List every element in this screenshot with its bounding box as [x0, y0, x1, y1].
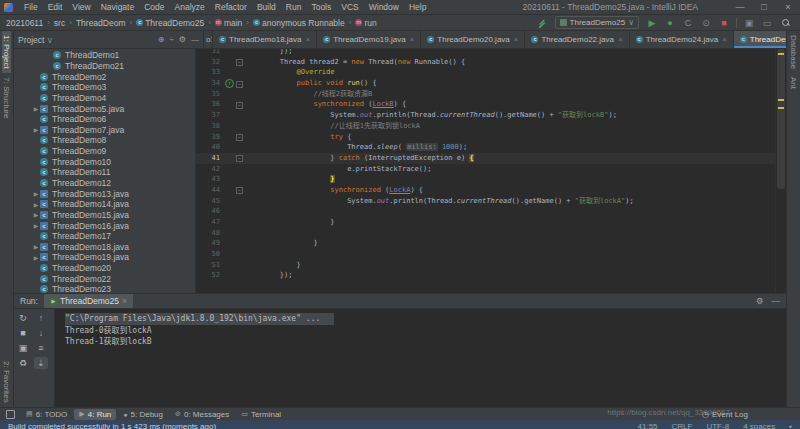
fold-icon[interactable]: − — [236, 81, 243, 88]
expand-arrow-icon[interactable]: ▶ — [32, 105, 40, 112]
code-line-41[interactable]: 41− } catch (InterruptedException e) { — [196, 153, 775, 164]
hide-run-panel-icon[interactable]: ― — [772, 296, 781, 306]
menu-edit[interactable]: Edit — [43, 2, 68, 12]
menu-help[interactable]: Help — [404, 2, 431, 12]
breadcrumb-item[interactable]: cThreadDemo25 — [136, 18, 204, 28]
expand-arrow-icon[interactable]: ▶ — [32, 211, 40, 218]
profiler-button[interactable]: ⊙ — [699, 18, 713, 28]
scrollbar-thumb[interactable] — [777, 49, 785, 189]
menu-analyze[interactable]: Analyze — [170, 2, 210, 12]
breadcrumb-item[interactable]: mmain — [215, 18, 242, 28]
fold-icon[interactable]: − — [236, 187, 243, 194]
code-line-34[interactable]: 34↑− public void run() { — [196, 78, 775, 89]
fold-icon[interactable]: − — [236, 102, 243, 109]
override-marker-icon[interactable]: ↑ — [225, 79, 234, 88]
console-line[interactable]: "C:\Program Files\Java\jdk1.8.0_192\bin\… — [65, 313, 786, 325]
event-log-button[interactable]: ◷ Event Log — [702, 410, 794, 419]
tree-item-threaddemo8[interactable]: cThreadDemo8 — [14, 135, 195, 146]
fold-icon[interactable]: − — [236, 59, 243, 66]
hide-panel-icon[interactable]: ― — [191, 35, 199, 44]
menu-tools[interactable]: Tools — [306, 2, 336, 12]
tree-item-threaddemo1[interactable]: cThreadDemo1 — [14, 50, 195, 61]
tool-window-button-6-todo[interactable]: ▤6: TODO — [21, 409, 72, 420]
code-line-31[interactable]: 31 }); — [196, 49, 775, 57]
menu-file[interactable]: File — [19, 2, 43, 12]
tree-item-threaddemo22[interactable]: cThreadDemo22 — [14, 273, 195, 284]
tree-item-threaddemo19.java[interactable]: ▶cThreadDemo19.java — [14, 252, 195, 263]
menu-window[interactable]: Window — [364, 2, 404, 12]
tree-item-threaddemo5.java[interactable]: ▶cThreadDemo5.java — [14, 103, 195, 114]
menu-view[interactable]: View — [67, 2, 95, 12]
lock-icon[interactable]: ▪ — [789, 422, 792, 429]
rerun-icon[interactable]: ↻ — [16, 312, 30, 324]
editor-tab[interactable]: cThreadDemo22.java× — [525, 31, 629, 48]
code-line-48[interactable]: 48 — [196, 228, 775, 239]
fold-icon[interactable]: − — [236, 155, 243, 162]
caret-position[interactable]: 41:55 — [638, 422, 658, 429]
down-stack-icon[interactable]: ↓ — [34, 327, 48, 339]
code-line-39[interactable]: 39− try { — [196, 132, 775, 143]
minimize-button[interactable]: — — [728, 2, 752, 12]
code-line-47[interactable]: 47 } — [196, 217, 775, 228]
breadcrumb-item[interactable]: 20210611 — [6, 18, 43, 28]
close-icon[interactable]: × — [122, 296, 127, 306]
panel-settings-gear-icon[interactable]: ⚙ — [179, 35, 186, 44]
tool-window-button-terminal[interactable]: ▭Terminal — [236, 409, 286, 420]
code-line-51[interactable]: 51 } — [196, 260, 775, 271]
debug-button[interactable]: ● — [663, 18, 677, 28]
restore-layout-icon[interactable]: ▭ — [760, 18, 774, 28]
code-line-33[interactable]: 33 @Override — [196, 67, 775, 78]
tree-item-threaddemo12[interactable]: cThreadDemo12 — [14, 178, 195, 189]
code-line-38[interactable]: 38 //让线程1先获取到锁lockA — [196, 121, 775, 132]
tab-close-icon[interactable]: × — [722, 35, 727, 44]
tree-item-threaddemo16.java[interactable]: ▶cThreadDemo16.java — [14, 220, 195, 231]
tree-item-threaddemo20[interactable]: cThreadDemo20 — [14, 263, 195, 274]
tab-close-icon[interactable]: × — [305, 35, 310, 44]
code-line-43[interactable]: 43 } — [196, 174, 775, 185]
code-line-46[interactable]: 46 — [196, 206, 775, 217]
code-line-32[interactable]: 32− Thread thread2 = new Thread(new Runn… — [196, 57, 775, 68]
tree-item-threaddemo9[interactable]: cThreadDemo9 — [14, 146, 195, 157]
line-ending-indicator[interactable]: CRLF — [672, 422, 693, 429]
menu-refactor[interactable]: Refactor — [210, 2, 252, 12]
close-button[interactable]: × — [776, 2, 800, 12]
code-line-52[interactable]: 52 }); — [196, 270, 775, 281]
tree-item-threaddemo3[interactable]: cThreadDemo3 — [14, 82, 195, 93]
menu-navigate[interactable]: Navigate — [96, 2, 140, 12]
breadcrumb-item[interactable]: ThreadDeom — [76, 18, 126, 28]
menu-build[interactable]: Build — [252, 2, 281, 12]
editor-tab[interactable]: cThreadDemo19.java× — [317, 31, 421, 48]
tab-close-icon[interactable]: × — [410, 35, 415, 44]
tree-item-threaddemo14.java[interactable]: ▶cThreadDemo14.java — [14, 199, 195, 210]
tool-window-button-4-run[interactable]: ▶4: Run — [74, 409, 116, 420]
tree-item-threaddemo10[interactable]: cThreadDemo10 — [14, 156, 195, 167]
breadcrumb-item[interactable]: src — [54, 18, 65, 28]
encoding-indicator[interactable]: UTF-8 — [706, 422, 729, 429]
run-console[interactable]: "C:\Program Files\Java\jdk1.8.0_192\bin\… — [55, 309, 786, 407]
expand-arrow-icon[interactable]: ▶ — [32, 254, 40, 261]
editor-tab[interactable]: cThreadDemo25.java× — [734, 31, 786, 48]
tree-item-threaddemo21[interactable]: cThreadDemo21 — [14, 61, 195, 72]
code-line-45[interactable]: 45 System.out.println(Thread.currentThre… — [196, 196, 775, 207]
tree-item-threaddemo17[interactable]: cThreadDemo17 — [14, 231, 195, 242]
expand-arrow-icon[interactable]: ▶ — [32, 201, 40, 208]
breadcrumb-item[interactable]: mrun — [355, 18, 376, 28]
tree-item-threaddemo13.java[interactable]: ▶cThreadDemo13.java — [14, 188, 195, 199]
tab-close-icon[interactable]: × — [514, 35, 519, 44]
soft-wrap-icon[interactable]: ≡ — [34, 342, 48, 354]
tool-window-button-ant[interactable]: Ant — [789, 73, 798, 93]
editor-scrollbar[interactable] — [775, 49, 786, 293]
run-configuration-select[interactable]: ThreadDemo25 ∨ — [555, 16, 639, 29]
code-line-35[interactable]: 35 //线程2获取资源B — [196, 89, 775, 100]
code-line-37[interactable]: 37 System.out.println(Thread.currentThre… — [196, 110, 775, 121]
project-panel-header[interactable]: Project ∨ ⊕ ÷ ⚙ ― — [14, 31, 204, 48]
code-line-49[interactable]: 49 } — [196, 238, 775, 249]
tool-window-switcher-icon[interactable] — [6, 410, 15, 419]
indent-indicator[interactable]: 4 spaces — [743, 422, 775, 429]
tab-close-icon[interactable]: × — [618, 35, 623, 44]
chevron-down-icon[interactable]: ∨ — [47, 35, 53, 45]
tool-window-button-7-structure[interactable]: 7: Structure — [2, 73, 11, 122]
fold-icon[interactable]: − — [236, 134, 243, 141]
tool-window-button-database[interactable]: Database — [789, 31, 798, 73]
up-stack-icon[interactable]: ↑ — [34, 312, 48, 324]
